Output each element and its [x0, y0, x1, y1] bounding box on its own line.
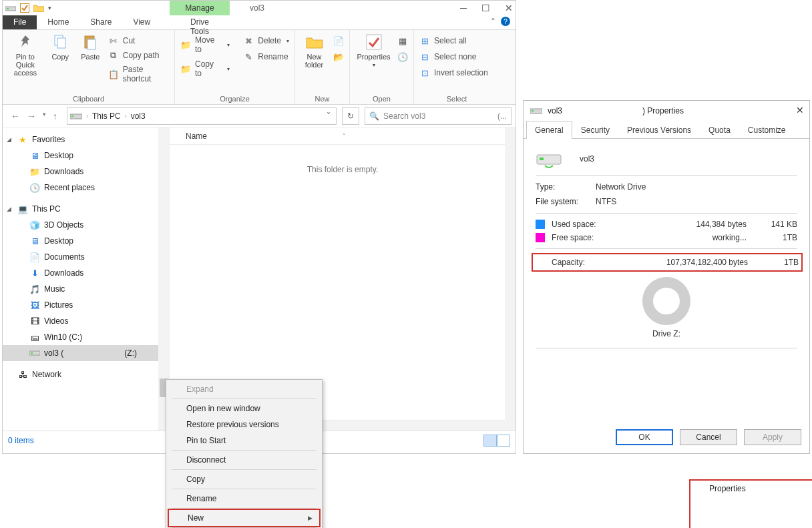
- new-item-icon[interactable]: 📄: [333, 35, 344, 46]
- type-label: Type:: [536, 182, 596, 192]
- nav-back-icon[interactable]: ←: [11, 111, 20, 121]
- ctx-rename[interactable]: Rename: [168, 491, 321, 507]
- chevron-right-icon[interactable]: ›: [125, 113, 127, 119]
- copy-to-button[interactable]: 📁Copy to▾: [180, 59, 230, 78]
- tab-file[interactable]: File: [3, 15, 37, 29]
- nav-forward-icon[interactable]: →: [27, 111, 36, 121]
- new-folder-button[interactable]: New folder: [300, 33, 328, 69]
- content-scrollbar[interactable]: [505, 127, 516, 431]
- tab-general[interactable]: General: [526, 121, 572, 139]
- delete-button[interactable]: ✖Delete▾: [243, 35, 289, 46]
- network-drive-icon: [530, 107, 542, 115]
- drive-icon: [5, 4, 16, 12]
- tree-c-drive[interactable]: 🖴Win10 (C:): [3, 329, 169, 345]
- minimize-button[interactable]: ─: [460, 3, 467, 13]
- documents-icon: 📄: [29, 252, 40, 262]
- easy-access-icon[interactable]: 📂: [333, 51, 344, 62]
- select-all-button[interactable]: ⊞Select all: [419, 35, 488, 46]
- tree-fav-recent[interactable]: 🕓Recent places: [3, 180, 169, 196]
- apply-button[interactable]: Apply: [744, 429, 801, 445]
- breadcrumb-vol3[interactable]: vol3: [131, 111, 146, 121]
- invert-selection-button[interactable]: ⊡Invert selection: [419, 67, 488, 78]
- tree-documents[interactable]: 📄Documents: [3, 249, 169, 265]
- nav-up-icon[interactable]: ↑: [53, 111, 57, 121]
- properties-button[interactable]: Properties ▾: [355, 33, 392, 68]
- nav-recent-icon[interactable]: ▾: [43, 111, 46, 121]
- help-icon[interactable]: ?: [501, 17, 510, 26]
- ribbon-collapse-icon[interactable]: ˄: [491, 17, 495, 27]
- window-title: vol3: [250, 3, 264, 13]
- ctx-copy[interactable]: Copy: [168, 471, 321, 487]
- svg-rect-13: [532, 110, 534, 111]
- tree-vol3-drive[interactable]: vol3 ((Z:): [3, 345, 169, 361]
- ctx-disconnect[interactable]: Disconnect: [168, 452, 321, 468]
- tree-fav-desktop[interactable]: 🖥Desktop: [3, 148, 169, 164]
- tree-music[interactable]: 🎵Music: [3, 281, 169, 297]
- tree-pictures[interactable]: 🖼Pictures: [3, 297, 169, 313]
- copy-button[interactable]: Copy: [48, 33, 73, 61]
- pin-to-quick-access-button[interactable]: Pin to Quick access: [8, 33, 43, 77]
- ctx-restore-versions[interactable]: Restore previous versions: [168, 417, 321, 433]
- details-view-button[interactable]: [483, 435, 497, 447]
- tree-3d-objects[interactable]: 🧊3D Objects: [3, 217, 169, 233]
- history-icon[interactable]: 🕓: [397, 51, 408, 62]
- close-button[interactable]: ✕: [505, 3, 513, 13]
- tree-network[interactable]: 🖧Network: [3, 366, 169, 382]
- tab-share[interactable]: Share: [79, 15, 122, 29]
- ctx-expand: Expand: [168, 381, 321, 397]
- cancel-button[interactable]: Cancel: [680, 429, 737, 445]
- desktop-icon: 🖥: [29, 150, 40, 161]
- drive-icon: [70, 112, 82, 120]
- tree-fav-downloads[interactable]: 📁Downloads: [3, 164, 169, 180]
- large-icons-view-button[interactable]: [497, 435, 510, 447]
- tab-drive-tools[interactable]: Drive Tools: [170, 15, 230, 38]
- select-none-button[interactable]: ⊟Select none: [419, 51, 488, 62]
- manage-contextual-tab[interactable]: Manage: [170, 1, 230, 15]
- tree-videos[interactable]: 🎞Videos: [3, 313, 169, 329]
- tab-customize[interactable]: Customize: [739, 121, 795, 139]
- paste-button[interactable]: Paste: [78, 33, 103, 61]
- open-icon[interactable]: ▦: [397, 35, 408, 46]
- dialog-tabs: General Security Previous Versions Quota…: [524, 121, 809, 139]
- breadcrumb-this-pc[interactable]: This PC: [92, 111, 121, 121]
- tree-favorites[interactable]: ◢★Favorites: [3, 131, 169, 148]
- tab-quota[interactable]: Quota: [700, 121, 739, 139]
- tab-view[interactable]: View: [122, 15, 161, 29]
- ctx-new[interactable]: New▶: [169, 510, 319, 526]
- invert-icon: ⊡: [419, 67, 430, 78]
- usage-donut-chart: [642, 277, 690, 325]
- paste-shortcut-button[interactable]: 📋Paste shortcut: [108, 65, 169, 83]
- dialog-title-prefix: vol3: [548, 106, 562, 115]
- tree-desktop[interactable]: 🖥Desktop: [3, 233, 169, 249]
- tree-downloads[interactable]: ⬇Downloads: [3, 265, 169, 281]
- column-header-name[interactable]: Name˅: [170, 127, 516, 145]
- svg-rect-4: [57, 38, 65, 48]
- ctx-properties[interactable]: Properties: [690, 481, 812, 497]
- move-to-button[interactable]: 📁Move to▾: [180, 35, 230, 54]
- dropdown-caret-icon[interactable]: ▾: [48, 5, 51, 11]
- checkbox-icon[interactable]: [20, 3, 29, 13]
- breadcrumb[interactable]: › This PC › vol3 ˅: [67, 107, 337, 125]
- copy-path-button[interactable]: ⧉Copy path: [108, 50, 169, 61]
- new-folder-label: New folder: [300, 53, 328, 69]
- tab-previous-versions[interactable]: Previous Versions: [618, 121, 700, 139]
- chevron-right-icon[interactable]: ›: [86, 113, 88, 119]
- context-menu: Expand Open in new window Restore previo…: [166, 379, 323, 528]
- dialog-close-button[interactable]: ✕: [796, 105, 804, 115]
- select-all-icon: ⊞: [419, 35, 430, 46]
- maximize-button[interactable]: ☐: [481, 3, 490, 13]
- breadcrumb-dropdown-icon[interactable]: ˅: [327, 111, 333, 121]
- tree-this-pc[interactable]: ◢💻This PC: [3, 201, 169, 217]
- rename-button[interactable]: ✎Rename: [243, 51, 289, 62]
- tab-security[interactable]: Security: [572, 121, 618, 139]
- capacity-human: 1TB: [763, 258, 799, 267]
- tab-home[interactable]: Home: [37, 15, 79, 29]
- ctx-pin-to-start[interactable]: Pin to Start: [168, 433, 321, 449]
- clipboard-group-label: Clipboard: [8, 93, 169, 104]
- ctx-open-new-window[interactable]: Open in new window: [168, 401, 321, 417]
- search-box[interactable]: 🔍 Search vol3 (...: [365, 107, 512, 125]
- refresh-button[interactable]: ↻: [342, 107, 359, 125]
- pin-label: Pin to Quick access: [8, 53, 43, 77]
- ok-button[interactable]: OK: [616, 429, 673, 445]
- cut-button[interactable]: ✄Cut: [108, 35, 169, 46]
